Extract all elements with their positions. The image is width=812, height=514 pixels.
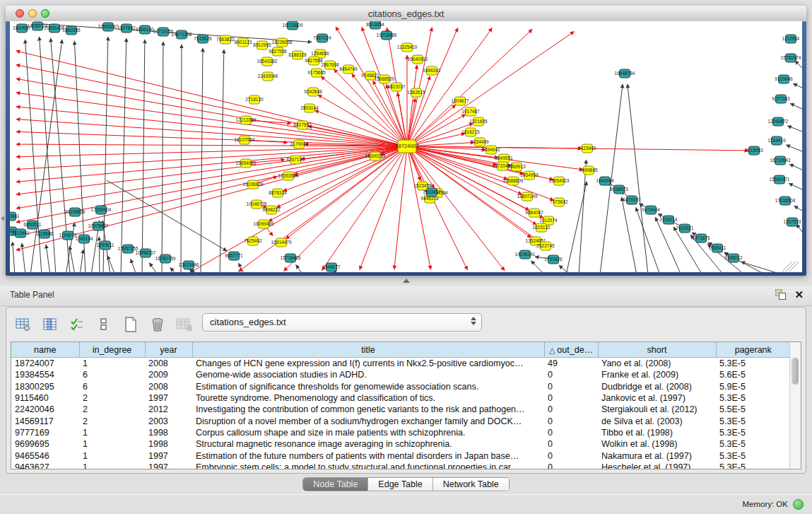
network-node[interactable]: 2718120: [245, 95, 264, 104]
network-node[interactable]: 1944077: [322, 263, 341, 271]
tab-edge-table[interactable]: Edge Table: [367, 478, 432, 491]
table-cell[interactable]: 9463627: [11, 462, 79, 469]
network-node[interactable]: 17016504: [775, 197, 796, 205]
column-header-title[interactable]: title: [192, 342, 544, 358]
network-node[interactable]: 16648784: [615, 69, 635, 78]
network-node[interactable]: 16099489: [254, 220, 274, 228]
network-node[interactable]: 2803144: [300, 104, 319, 112]
table-cell[interactable]: 1: [79, 462, 145, 469]
table-row[interactable]: 2242004622012Investigating the contribut…: [11, 404, 790, 415]
table-cell[interactable]: 0: [544, 381, 598, 392]
network-node[interactable]: 1017467: [461, 107, 480, 116]
scrollbar-thumb[interactable]: [792, 358, 799, 385]
memory-status-icon[interactable]: [793, 499, 804, 510]
network-node[interactable]: 9699695: [579, 166, 598, 175]
table-cell[interactable]: 1: [79, 427, 145, 438]
table-cell[interactable]: 6: [79, 381, 145, 392]
column-header-short[interactable]: short: [598, 342, 716, 358]
table-row[interactable]: 1938455462009Genome-wide association stu…: [11, 369, 790, 380]
network-node[interactable]: 14196141: [515, 250, 536, 259]
table-cell[interactable]: Estimation of the future numbers of pati…: [192, 450, 544, 461]
network-node[interactable]: 8878334: [269, 189, 287, 197]
table-cell[interactable]: Franke et al. (2009): [598, 369, 716, 380]
network-node[interactable]: 12923446: [179, 261, 199, 269]
column-header-name[interactable]: name: [11, 342, 79, 358]
network-node[interactable]: 20206536: [65, 208, 86, 216]
network-node[interactable]: 1362615: [407, 88, 425, 97]
network-node[interactable]: 14671358: [172, 30, 192, 39]
network-node[interactable]: 8601123: [235, 38, 252, 47]
sidebar-collapse-icon[interactable]: [1, 216, 4, 221]
table-cell[interactable]: 1998: [145, 438, 192, 450]
network-node[interactable]: 16543382: [257, 57, 278, 66]
table-cell[interactable]: Tibbo et al. (1998): [598, 427, 716, 438]
table-cell[interactable]: Tourette syndrome. Phenomenology and cla…: [192, 392, 544, 404]
network-node[interactable]: 9129946: [775, 75, 793, 83]
network-node[interactable]: 10653247: [98, 23, 119, 31]
table-cell[interactable]: 0: [544, 438, 598, 450]
network-node[interactable]: 8427552: [293, 121, 312, 129]
table-cell[interactable]: 0: [544, 415, 598, 426]
network-node[interactable]: 6966160: [136, 25, 154, 34]
table-cell[interactable]: 9699695: [11, 438, 79, 450]
table-cell[interactable]: 18300295: [11, 381, 79, 392]
network-node[interactable]: 1733426: [544, 255, 563, 264]
table-source-dropdown[interactable]: citations_edges.txt: [202, 313, 482, 332]
panel-splitter[interactable]: [0, 276, 812, 286]
table-cell[interactable]: 5.3E-5: [716, 462, 790, 469]
network-node[interactable]: 18107554: [235, 136, 255, 144]
table-cell[interactable]: 0: [544, 369, 598, 380]
table-cell[interactable]: 1997: [145, 462, 192, 469]
table-cell[interactable]: 6: [79, 369, 145, 380]
table-cell[interactable]: 2: [79, 392, 145, 404]
table-cell[interactable]: 1998: [145, 427, 192, 438]
network-node[interactable]: 9175685: [307, 69, 326, 77]
network-node[interactable]: 9884067: [525, 209, 543, 217]
row-selection-button[interactable]: [67, 315, 87, 334]
table-cell[interactable]: 5.3E-5: [716, 392, 790, 404]
network-node[interactable]: 1640994: [596, 177, 614, 185]
network-node[interactable]: 16782759: [155, 255, 176, 263]
network-node[interactable]: 1527602: [117, 24, 136, 33]
table-row[interactable]: 1872400712008Changes of HCN gene express…: [11, 358, 790, 370]
network-node[interactable]: 12093872: [768, 117, 789, 126]
network-node[interactable]: 19654923: [549, 177, 570, 185]
network-node[interactable]: 9242848: [304, 88, 322, 96]
table-settings-button[interactable]: [13, 315, 33, 334]
network-node[interactable]: 7625402: [244, 237, 262, 245]
network-node[interactable]: 9215953: [745, 146, 763, 155]
table-cell[interactable]: 5.5E-5: [716, 404, 790, 415]
network-node[interactable]: 12353594: [278, 172, 299, 180]
table-scrollbar[interactable]: [789, 342, 801, 469]
table-cell[interactable]: 0: [544, 392, 598, 404]
table-cell[interactable]: 1: [79, 358, 145, 370]
table-row[interactable]: 946554611997Estimation of the future num…: [11, 450, 790, 461]
table-cell[interactable]: 9777169: [11, 427, 79, 438]
stacked-rows-button[interactable]: [94, 315, 114, 334]
table-cell[interactable]: 2: [79, 404, 145, 415]
network-node[interactable]: 1244419: [767, 136, 786, 145]
table-cell[interactable]: Corpus callosum shape and size in male p…: [192, 427, 544, 438]
network-canvas[interactable]: 1872400776638228601123891295518226058982…: [10, 21, 802, 272]
network-node[interactable]: 17359924: [91, 206, 112, 214]
table-cell[interactable]: Changes of HCN gene expression and I(f) …: [192, 358, 544, 370]
network-node[interactable]: 9827508: [269, 47, 287, 56]
network-node[interactable]: 1616215: [461, 128, 480, 136]
table-cell[interactable]: 5.3E-5: [716, 427, 790, 438]
table-cell[interactable]: 2008: [145, 381, 192, 392]
network-node[interactable]: 15751074: [781, 54, 801, 62]
table-cell[interactable]: 5.6E-5: [716, 369, 790, 380]
network-node[interactable]: 8454749: [339, 65, 358, 74]
network-node[interactable]: 1321605: [469, 117, 488, 126]
table-cell[interactable]: Dudbridge et al. (2008): [598, 381, 716, 392]
network-node[interactable]: 9827508: [305, 57, 323, 65]
network-node[interactable]: 1065411: [709, 244, 726, 252]
table-cell[interactable]: Embryonic stem cells: a model to study s…: [192, 462, 544, 469]
table-cell[interactable]: Wolkin et al. (1998): [598, 438, 716, 450]
network-node[interactable]: 19654985: [236, 159, 257, 168]
table-row[interactable]: 1456911722003Disruption of a novel membe…: [11, 415, 790, 426]
network-node[interactable]: 7857224: [313, 34, 331, 42]
network-node[interactable]: 18807249: [517, 192, 538, 201]
table-cell[interactable]: 9115460: [11, 392, 79, 404]
table-cell[interactable]: Disruption of a novel member of a sodium…: [192, 415, 544, 426]
